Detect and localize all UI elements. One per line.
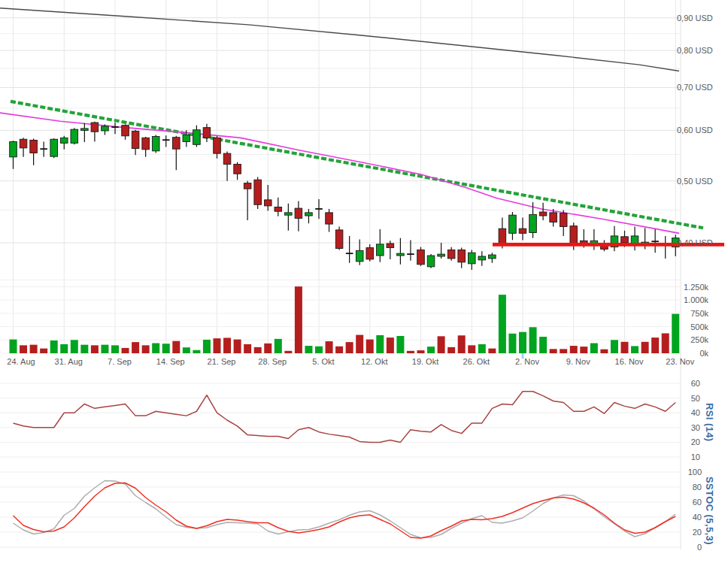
candle-body	[234, 164, 241, 174]
rsi-axis-label: 60	[691, 379, 700, 388]
volume-bar	[458, 335, 466, 353]
candle-body	[254, 180, 262, 204]
volume-bar	[284, 351, 292, 353]
volume-bar	[71, 340, 78, 353]
rsi-pane-label: RSI (14)	[704, 403, 715, 442]
volume-bar	[275, 339, 282, 353]
volume-bar	[10, 340, 17, 353]
stochastic-pane-label: SSTOC (5,5,3)	[704, 477, 715, 545]
doji-candle-body	[346, 253, 353, 254]
volume-axis-label: 1.250k	[684, 283, 709, 292]
candle-body	[356, 250, 363, 262]
candle-body	[142, 138, 150, 149]
candle-body	[264, 200, 271, 206]
volume-bar	[30, 345, 38, 353]
volume-bar	[214, 338, 221, 353]
volume-bar	[162, 343, 170, 353]
volume-bar	[172, 341, 180, 353]
candle-body	[478, 256, 486, 260]
candle-body	[458, 250, 466, 262]
volume-bar	[223, 337, 231, 353]
volume-bar	[590, 343, 598, 353]
volume-bar	[335, 347, 343, 353]
doji-candle-body	[315, 208, 323, 210]
volume-bar	[183, 347, 190, 353]
stoch-axis-label: 0	[697, 543, 702, 552]
date-axis-label: 14. Sep	[156, 357, 185, 366]
stoch-axis-label: 20	[693, 528, 702, 537]
doji-candle-body	[651, 241, 659, 242]
date-axis-label: 26. Okt	[463, 357, 490, 366]
date-axis-label: 21. Sep	[208, 357, 236, 366]
candle-body	[377, 244, 384, 256]
volume-bar	[468, 345, 475, 353]
stock-chart-canvas[interactable]: 0,90 USD0,80 USD0,70 USD0,60 USD0,50 USD…	[0, 0, 728, 575]
volume-bar	[111, 345, 119, 353]
volume-bar	[132, 342, 139, 353]
date-axis-label: 28. Sep	[258, 357, 287, 366]
axis-labels-layer: 0,90 USD0,80 USD0,70 USD0,60 USD0,50 USD…	[7, 14, 712, 552]
doji-candle-body	[40, 148, 47, 150]
date-axis-label: 12. Okt	[361, 357, 387, 366]
candle-body	[550, 213, 557, 222]
volume-bar	[438, 336, 445, 353]
candle-body	[621, 237, 629, 243]
stochastic-pane	[14, 481, 676, 539]
volume-bar	[642, 342, 649, 353]
volume-bar	[560, 349, 567, 353]
date-axis-label: 7. Sep	[108, 357, 132, 366]
candle-body	[447, 250, 455, 259]
stoch-axis-label: 60	[693, 498, 702, 507]
stoch-d-line	[14, 481, 676, 538]
volume-bar	[611, 340, 618, 353]
candle-body	[173, 138, 180, 149]
candle-body	[560, 213, 567, 227]
candle-body	[631, 236, 639, 244]
volume-bar	[631, 346, 639, 353]
rsi-axis-label: 50	[691, 394, 700, 403]
candle-body	[102, 126, 109, 131]
date-axis-label: 5. Okt	[312, 357, 334, 366]
stock-chart-root: 0,90 USD0,80 USD0,70 USD0,60 USD0,50 USD…	[0, 0, 728, 575]
price-axis-label: 0,50 USD	[677, 177, 713, 186]
candle-body	[81, 129, 89, 131]
volume-bar	[91, 345, 99, 353]
candle-body	[10, 141, 17, 156]
volume-bar	[600, 350, 608, 353]
stoch-axis-label: 40	[693, 513, 702, 522]
date-axis-label: 23. Nov	[666, 357, 694, 366]
volume-bar	[244, 344, 251, 353]
candle-body	[489, 255, 496, 259]
candle-body	[519, 228, 526, 233]
candle-body	[223, 153, 231, 164]
volume-bar	[508, 334, 516, 353]
date-axis-label: 19. Okt	[412, 357, 438, 366]
volume-bar	[295, 286, 302, 353]
candle-body	[387, 244, 394, 248]
volume-bar	[570, 346, 578, 353]
volume-axis-label: 750k	[690, 309, 708, 318]
stoch-k-line	[14, 483, 676, 539]
candle-body	[244, 183, 251, 189]
candle-body	[438, 254, 445, 256]
price-axis-label: 0,80 USD	[677, 46, 713, 55]
candle-body	[295, 208, 302, 218]
volume-bar	[122, 348, 129, 353]
volume-bar	[60, 344, 68, 353]
volume-bar	[80, 345, 88, 353]
volume-bar	[407, 351, 414, 353]
candle-body	[335, 230, 343, 249]
date-axis-label: 2. Nov	[515, 357, 539, 366]
volume-bar	[101, 345, 108, 353]
rsi-axis-label: 10	[691, 452, 700, 462]
candle-body	[397, 253, 405, 256]
candle-body	[539, 212, 547, 216]
volume-bar	[356, 335, 363, 353]
volume-bar	[539, 337, 547, 353]
volume-bar	[672, 314, 679, 353]
volume-bar	[305, 346, 312, 353]
date-axis-label: 31. Aug	[55, 357, 83, 366]
candle-body	[326, 213, 333, 224]
date-axis-label: 9. Nov	[566, 357, 590, 366]
date-axis-label: 24. Aug	[7, 357, 35, 366]
